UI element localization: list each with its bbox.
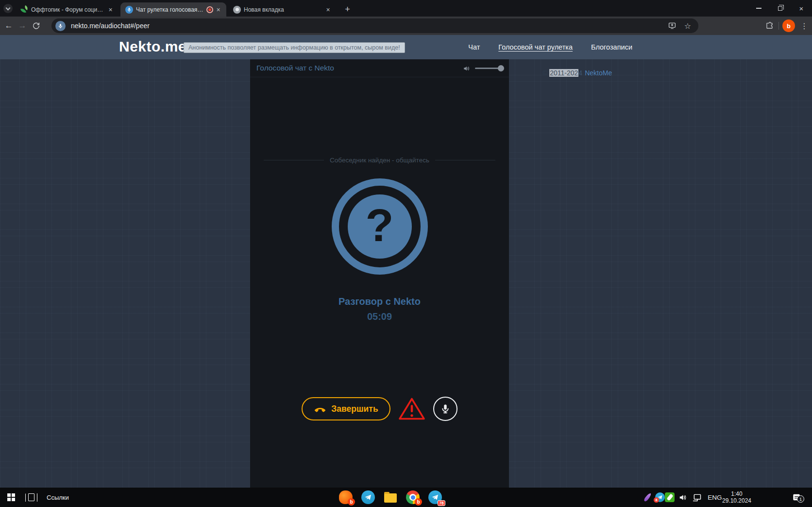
nav-blog-posts[interactable]: Блогозаписи (591, 43, 632, 51)
site-logo[interactable]: Nekto.me (119, 38, 186, 55)
app-badge: b (415, 498, 422, 506)
close-tab-icon[interactable]: × (324, 5, 332, 14)
tray-volume-button[interactable] (676, 488, 690, 507)
volume-slider-handle[interactable] (498, 65, 504, 71)
speaker-icon[interactable] (463, 65, 471, 72)
ethernet-network-icon (692, 492, 702, 503)
task-view-button[interactable] (22, 488, 40, 507)
forum-favicon-icon (20, 6, 28, 14)
anonymous-avatar: ? (332, 178, 428, 275)
restore-icon (778, 6, 782, 11)
taskbar-app-browser[interactable]: b (338, 490, 353, 505)
windows-logo-icon (7, 493, 15, 501)
nektome-link[interactable]: NektoMe (585, 69, 612, 77)
tray-unread-badge: 8 (654, 497, 659, 503)
tab-new-tab[interactable]: Новая вкладка × (228, 2, 336, 17)
telegram-icon (361, 490, 375, 504)
hangup-phone-icon (314, 402, 326, 415)
close-tab-icon[interactable]: × (214, 5, 222, 14)
taskbar-app-telegram[interactable] (361, 490, 375, 505)
clock-time: 1:40 (731, 490, 742, 497)
tab-voice-chat-active[interactable]: Чат рулетка голосовая — × (120, 2, 226, 17)
end-call-button[interactable]: Завершить (302, 397, 390, 420)
install-app-icon[interactable] (666, 20, 678, 32)
copyright: © 2011-2024NektoMe (542, 69, 612, 77)
clock[interactable]: 1:40 29.10.2024 (718, 488, 755, 507)
chat-panel-header: Голосовой чат с Nekto (250, 59, 509, 77)
screen: Оффтопик - Форум социальн × Чат рулетка … (0, 0, 812, 507)
site-header: Nekto.me Анонимность позволяет размещать… (0, 35, 812, 59)
taskbar-apps: b b 78 (338, 490, 442, 505)
start-button[interactable] (0, 488, 22, 507)
call-controls: Завершить (250, 397, 509, 421)
tab-title: Чат рулетка голосовая — (136, 6, 203, 13)
mic-favicon-icon (125, 6, 133, 14)
minimize-button[interactable] (748, 0, 769, 17)
browser-menu-icon[interactable]: ⋮ (798, 20, 810, 32)
forward-button[interactable]: → (16, 19, 29, 33)
notification-center-button[interactable]: 1 (788, 488, 805, 507)
end-call-label: Завершить (331, 404, 378, 414)
restore-button[interactable] (769, 0, 791, 17)
chat-title: Голосовой чат с Nekto (256, 64, 334, 72)
address-bar[interactable]: nekto.me/audiochat#/peer ☆ (51, 18, 698, 33)
taskbar-app-explorer[interactable] (383, 490, 398, 505)
extensions-puzzle-icon[interactable] (763, 20, 775, 32)
site-nav: Чат Голосовой чат рулетка Блогозаписи (468, 35, 632, 59)
green-remote-icon (665, 492, 675, 502)
anonymity-notice: Анонимность позволяет размещать информац… (184, 42, 405, 53)
links-toolbar-label[interactable]: Ссылки (47, 488, 69, 507)
window-controls: × (748, 0, 812, 17)
voice-chat-panel: Голосовой чат с Nekto Собеседник найден … (250, 59, 509, 488)
chrome-favicon-icon (233, 6, 241, 14)
taskbar-app-chrome[interactable]: b (406, 490, 420, 505)
tab-title: Новая вкладка (244, 6, 321, 13)
divider (778, 22, 779, 30)
report-warning-button[interactable] (398, 397, 426, 421)
clock-date: 29.10.2024 (722, 497, 751, 504)
app-badge: b (348, 498, 355, 506)
chevron-down-icon (6, 5, 11, 10)
tab-search-button[interactable] (3, 4, 13, 13)
new-tab-button[interactable]: + (342, 4, 353, 15)
profile-avatar[interactable]: b (782, 19, 795, 32)
microphone-toggle-button[interactable] (433, 397, 457, 421)
task-view-icon (25, 493, 37, 502)
tray-remote-button[interactable] (663, 488, 676, 507)
recording-indicator-icon[interactable] (206, 6, 213, 13)
close-tab-icon[interactable]: × (106, 5, 115, 14)
mic-permission-icon[interactable] (55, 21, 66, 31)
tab-title: Оффтопик - Форум социальн (31, 6, 103, 13)
speaker-icon (678, 493, 688, 502)
taskbar-app-messenger[interactable]: 78 (428, 490, 442, 505)
question-mark-icon: ? (365, 202, 393, 248)
microphone-icon (440, 403, 451, 414)
warning-triangle-icon (398, 397, 426, 421)
browser-toolbar: ← → nekto.me/audiochat#/peer ☆ b ⋮ (0, 17, 812, 35)
nav-chat[interactable]: Чат (468, 43, 480, 51)
avatar-disc: ? (348, 194, 412, 259)
unread-count-badge: 78 (438, 500, 445, 506)
tray-pen-button[interactable] (641, 488, 654, 507)
copyright-symbol: © (542, 69, 549, 77)
notification-count-badge: 1 (797, 495, 804, 503)
copyright-years-selected: 2011-202 (549, 69, 578, 77)
taskbar: Ссылки b b 78 (0, 488, 812, 507)
feather-pen-icon (643, 492, 652, 502)
browser-tabstrip: Оффтопик - Форум социальн × Чат рулетка … (0, 0, 812, 17)
reload-button[interactable] (29, 19, 43, 33)
url-text[interactable]: nekto.me/audiochat#/peer (71, 22, 666, 30)
status-text: Собеседник найден - общайтесь (330, 157, 429, 164)
back-button[interactable]: ← (2, 19, 16, 33)
volume-slider[interactable] (475, 68, 503, 69)
tray-network-button[interactable] (690, 488, 704, 507)
bookmark-star-icon[interactable]: ☆ (682, 20, 694, 32)
nav-voice-chat-roulette[interactable]: Голосовой чат рулетка (498, 43, 573, 51)
tab-forum[interactable]: Оффтопик - Форум социальн × (16, 2, 118, 17)
partner-label: Разговор с Nekto (250, 296, 509, 307)
folder-icon (384, 493, 397, 503)
close-window-button[interactable]: × (791, 0, 812, 17)
status-divider: Собеседник найден - общайтесь (264, 157, 495, 164)
copyright-years-rest: 4 (578, 69, 582, 77)
minimize-icon (756, 8, 761, 9)
